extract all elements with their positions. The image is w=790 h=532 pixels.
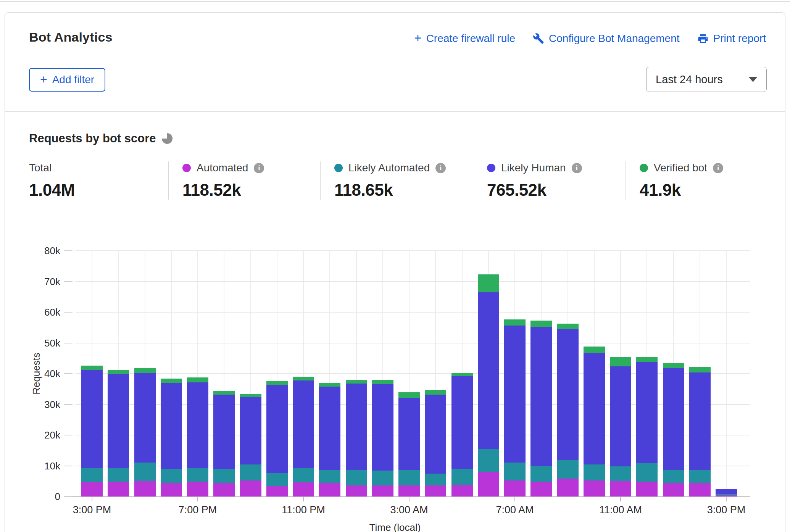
bar-segment-likely-automated[interactable] (161, 469, 182, 483)
bar-segment-automated[interactable] (398, 485, 420, 497)
bar-segment-likely-human[interactable] (108, 374, 129, 468)
bar-segment-likely-automated[interactable] (346, 470, 367, 485)
bar-segment-automated[interactable] (213, 483, 235, 497)
info-icon[interactable]: i (254, 163, 264, 173)
bar-segment-likely-automated[interactable] (187, 468, 208, 482)
bar-segment-likely-human[interactable] (584, 353, 605, 464)
bar-segment-automated[interactable] (716, 495, 737, 497)
configure-bot-management-link[interactable]: Configure Bot Management (533, 32, 679, 45)
bar-segment-automated[interactable] (557, 479, 579, 497)
bar-segment-likely-automated[interactable] (584, 464, 605, 480)
bar-segment-automated[interactable] (504, 480, 526, 497)
bar-segment-likely-human[interactable] (240, 397, 261, 464)
create-firewall-rule-link[interactable]: + Create firewall rule (414, 32, 515, 45)
add-filter-button[interactable]: + Add filter (29, 68, 105, 92)
bar-segment-likely-automated[interactable] (716, 494, 737, 495)
bar-segment-verified-bot[interactable] (319, 383, 340, 387)
info-icon[interactable]: i (572, 163, 582, 173)
bar-segment-likely-automated[interactable] (134, 463, 156, 480)
bar-segment-likely-human[interactable] (557, 329, 579, 460)
bar-segment-likely-human[interactable] (398, 398, 420, 470)
bar-segment-likely-human[interactable] (610, 366, 631, 466)
info-icon[interactable]: i (435, 163, 446, 173)
bar-segment-likely-human[interactable] (266, 385, 288, 473)
bar-segment-likely-human[interactable] (504, 326, 526, 463)
bar-segment-verified-bot[interactable] (81, 366, 103, 369)
bar-segment-likely-automated[interactable] (663, 470, 684, 483)
bar-segment-verified-bot[interactable] (161, 379, 182, 383)
bar-segment-automated[interactable] (240, 480, 261, 497)
bar-segment-likely-human[interactable] (451, 376, 473, 469)
bar-segment-likely-human[interactable] (663, 368, 684, 470)
time-range-dropdown[interactable]: Last 24 hours (646, 67, 767, 92)
info-icon[interactable]: i (713, 163, 723, 173)
bar-segment-automated[interactable] (636, 482, 658, 497)
bar-segment-likely-human[interactable] (319, 387, 340, 470)
bar-segment-likely-human[interactable] (134, 373, 156, 463)
bar-segment-automated[interactable] (161, 483, 182, 497)
bar-segment-likely-automated[interactable] (213, 469, 235, 483)
bar-segment-automated[interactable] (81, 482, 103, 497)
bar-segment-verified-bot[interactable] (425, 390, 446, 395)
bar-segment-verified-bot[interactable] (530, 321, 552, 327)
bar-segment-verified-bot[interactable] (108, 370, 129, 374)
bar-segment-likely-human[interactable] (689, 372, 711, 470)
bar-segment-automated[interactable] (425, 485, 446, 497)
bar-segment-automated[interactable] (319, 483, 340, 497)
bar-segment-automated[interactable] (478, 472, 499, 497)
bar-segment-verified-bot[interactable] (213, 391, 235, 395)
bar-segment-automated[interactable] (663, 483, 684, 497)
bar-segment-automated[interactable] (689, 483, 711, 497)
bar-segment-likely-automated[interactable] (610, 466, 631, 481)
bar-segment-likely-human[interactable] (161, 383, 182, 469)
bar-segment-automated[interactable] (530, 482, 552, 497)
bar-segment-verified-bot[interactable] (689, 367, 711, 372)
bar-segment-automated[interactable] (108, 482, 129, 497)
bar-segment-likely-human[interactable] (530, 327, 552, 466)
bar-segment-likely-automated[interactable] (425, 474, 446, 485)
bar-segment-likely-automated[interactable] (398, 470, 420, 485)
bar-segment-likely-human[interactable] (372, 384, 393, 471)
bar-segment-verified-bot[interactable] (584, 347, 605, 353)
bar-segment-verified-bot[interactable] (293, 377, 314, 380)
bar-segment-likely-automated[interactable] (636, 463, 658, 481)
bar-segment-verified-bot[interactable] (266, 381, 288, 385)
bar-segment-likely-human[interactable] (716, 489, 737, 495)
bar-segment-verified-bot[interactable] (557, 324, 579, 329)
bar-segment-likely-automated[interactable] (557, 460, 579, 478)
bar-segment-likely-automated[interactable] (451, 469, 473, 484)
bar-segment-automated[interactable] (610, 481, 631, 497)
bar-segment-likely-automated[interactable] (81, 468, 103, 482)
bar-segment-verified-bot[interactable] (372, 380, 393, 384)
bar-segment-likely-automated[interactable] (372, 471, 393, 485)
bar-segment-likely-automated[interactable] (240, 464, 261, 480)
bar-segment-verified-bot[interactable] (716, 489, 737, 489)
bar-segment-likely-human[interactable] (81, 370, 103, 468)
bar-segment-likely-automated[interactable] (689, 470, 711, 483)
bar-segment-likely-human[interactable] (425, 395, 446, 474)
bar-segment-verified-bot[interactable] (478, 274, 499, 292)
bar-segment-verified-bot[interactable] (134, 368, 156, 373)
bar-segment-verified-bot[interactable] (398, 392, 420, 398)
bar-segment-verified-bot[interactable] (451, 373, 473, 377)
bar-segment-likely-human[interactable] (293, 380, 314, 468)
bar-segment-verified-bot[interactable] (187, 377, 208, 382)
bar-segment-likely-automated[interactable] (319, 470, 340, 484)
bar-segment-verified-bot[interactable] (663, 363, 684, 369)
bar-segment-likely-automated[interactable] (478, 449, 499, 472)
bar-segment-likely-automated[interactable] (530, 466, 552, 482)
bar-segment-likely-automated[interactable] (108, 468, 129, 482)
bar-segment-verified-bot[interactable] (346, 380, 367, 384)
bar-segment-automated[interactable] (134, 481, 156, 497)
bar-segment-verified-bot[interactable] (504, 319, 526, 326)
bar-segment-likely-human[interactable] (187, 382, 208, 468)
bar-segment-likely-human[interactable] (346, 384, 367, 470)
bar-segment-likely-automated[interactable] (504, 463, 526, 480)
bar-segment-verified-bot[interactable] (610, 357, 631, 366)
bar-segment-automated[interactable] (584, 480, 605, 497)
bar-segment-automated[interactable] (266, 486, 288, 497)
bar-segment-verified-bot[interactable] (240, 394, 261, 397)
bar-segment-automated[interactable] (187, 482, 208, 497)
bar-segment-automated[interactable] (451, 485, 473, 497)
bar-segment-likely-human[interactable] (478, 292, 499, 449)
